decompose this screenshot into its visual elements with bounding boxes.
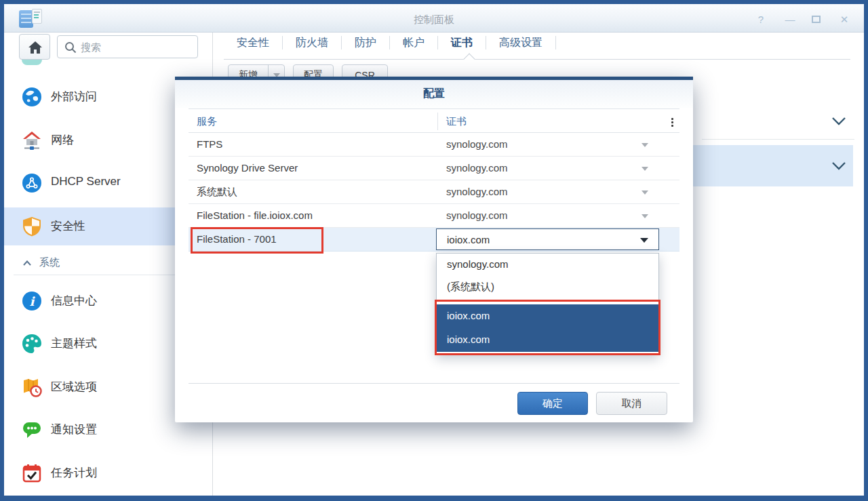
sidebar-item-label: 通知设置 xyxy=(51,422,97,437)
cancel-button[interactable]: 取消 xyxy=(596,392,667,415)
search-input[interactable] xyxy=(81,37,195,57)
sidebar-item-label: 主题样式 xyxy=(51,336,97,351)
dropdown-option-synology[interactable]: synology.com xyxy=(437,254,658,276)
sidebar-item-label: 区域选项 xyxy=(51,379,97,395)
cert-value: synology.com xyxy=(446,138,508,150)
tab-security[interactable]: 安全性 xyxy=(224,36,282,50)
tab-firewall[interactable]: 防火墙 xyxy=(283,36,341,50)
col-certificate: 证书 xyxy=(446,115,467,128)
sidebar-section-label: 系统 xyxy=(39,256,60,269)
dialog-title: 配置 xyxy=(175,87,693,101)
cert-row-divider xyxy=(702,139,854,140)
dropdown-option-ioiox-2[interactable]: ioiox.com xyxy=(437,328,658,352)
minimize-icon[interactable]: — xyxy=(783,14,797,25)
close-icon[interactable]: ✕ xyxy=(837,14,851,26)
sidebar-item-label: 任务计划 xyxy=(51,465,97,481)
combobox-value: ioiox.com xyxy=(447,234,490,245)
cert-value: synology.com xyxy=(446,186,508,197)
search-icon xyxy=(64,41,77,54)
tab-protection[interactable]: 防护 xyxy=(342,36,389,50)
sidebar-item-label: DHCP Server xyxy=(51,175,121,188)
chevron-down-icon[interactable] xyxy=(642,167,648,171)
scrolled-item-hint xyxy=(22,60,42,65)
option-label: ioiox.com xyxy=(447,310,490,321)
tab-account[interactable]: 帐户 xyxy=(390,36,437,50)
tab-certificate[interactable]: 证书 xyxy=(438,36,486,50)
service-name: Synology Drive Server xyxy=(197,162,298,174)
chevron-down-icon[interactable] xyxy=(831,161,846,170)
window-title: 控制面板 xyxy=(0,14,868,26)
house-network-icon xyxy=(22,130,42,151)
service-cert-table: 服务 证书 FTPS synology.com Synology Drive S… xyxy=(189,108,679,252)
maximize-icon[interactable] xyxy=(812,16,821,23)
info-icon: i xyxy=(22,291,42,311)
tab-advanced[interactable]: 高级设置 xyxy=(486,36,555,50)
option-label: synology.com xyxy=(447,258,509,270)
table-row-selected[interactable]: FileStation - 7001 ioiox.com xyxy=(189,228,679,252)
service-name: FileStation - 7001 xyxy=(197,233,277,245)
chevron-down-icon[interactable] xyxy=(831,117,846,125)
sidebar-item-label: 网络 xyxy=(51,132,74,148)
chevron-down-icon xyxy=(640,238,648,243)
column-divider xyxy=(437,113,438,130)
table-row[interactable]: FTPS synology.com xyxy=(189,133,679,157)
control-panel-app-icon xyxy=(19,9,43,29)
chevron-down-icon[interactable] xyxy=(642,191,648,195)
sidebar-item-label: 外部访问 xyxy=(51,89,97,104)
map-clock-icon xyxy=(22,377,42,397)
sidebar-item-label: 信息中心 xyxy=(51,293,97,308)
configure-dialog: 配置 服务 证书 FTPS synology.com Synology Driv… xyxy=(175,77,693,422)
shield-icon xyxy=(22,216,42,237)
sidebar-item-label: 安全性 xyxy=(51,218,85,234)
chevron-up-icon xyxy=(23,260,31,266)
table-header: 服务 证书 xyxy=(189,108,679,133)
sidebar-item-task-scheduler[interactable]: 任务计划 xyxy=(4,454,212,492)
service-name: FileStation - file.ioiox.com xyxy=(197,209,313,221)
chevron-down-icon[interactable] xyxy=(642,143,648,147)
ok-button[interactable]: 确定 xyxy=(517,392,588,415)
synology-dsm-window: 控制面板 ? — ✕ 外部访问 xyxy=(0,0,868,501)
certificate-dropdown-panel: synology.com (系统默认) ioiox.com ioiox.com xyxy=(436,253,659,355)
search-box xyxy=(57,35,198,58)
tab-underline xyxy=(224,59,850,60)
dropdown-option-synology-sub[interactable]: (系统默认) xyxy=(437,276,658,298)
dhcp-icon xyxy=(22,173,42,193)
chat-icon xyxy=(22,420,42,440)
globe-icon xyxy=(22,87,42,107)
chevron-down-icon[interactable] xyxy=(642,214,648,218)
cert-row-selected[interactable] xyxy=(693,145,853,186)
dropdown-option-ioiox-1[interactable]: ioiox.com xyxy=(437,304,658,328)
service-name: 系统默认 xyxy=(197,186,237,199)
certificate-combobox[interactable]: ioiox.com xyxy=(436,228,659,250)
table-row[interactable]: 系统默认 synology.com xyxy=(189,180,679,204)
tab-bar: 安全性 防火墙 防护 帐户 证书 高级设置 xyxy=(224,30,556,56)
table-row[interactable]: Synology Drive Server synology.com xyxy=(189,157,679,180)
palette-icon xyxy=(22,334,42,354)
cert-value: synology.com xyxy=(446,209,508,221)
service-name: FTPS xyxy=(197,138,222,150)
footer-divider xyxy=(189,383,679,384)
column-menu-icon[interactable] xyxy=(667,115,677,129)
calendar-check-icon xyxy=(22,463,42,483)
sidebar-divider xyxy=(14,275,202,275)
home-button[interactable] xyxy=(19,34,50,60)
home-icon xyxy=(28,41,42,54)
option-label: ioiox.com xyxy=(447,334,490,345)
option-sublabel: (系统默认) xyxy=(447,281,494,294)
table-row[interactable]: FileStation - file.ioiox.com synology.co… xyxy=(189,204,679,228)
cert-value: synology.com xyxy=(446,162,508,174)
help-icon[interactable]: ? xyxy=(754,14,768,25)
col-service: 服务 xyxy=(197,115,217,128)
